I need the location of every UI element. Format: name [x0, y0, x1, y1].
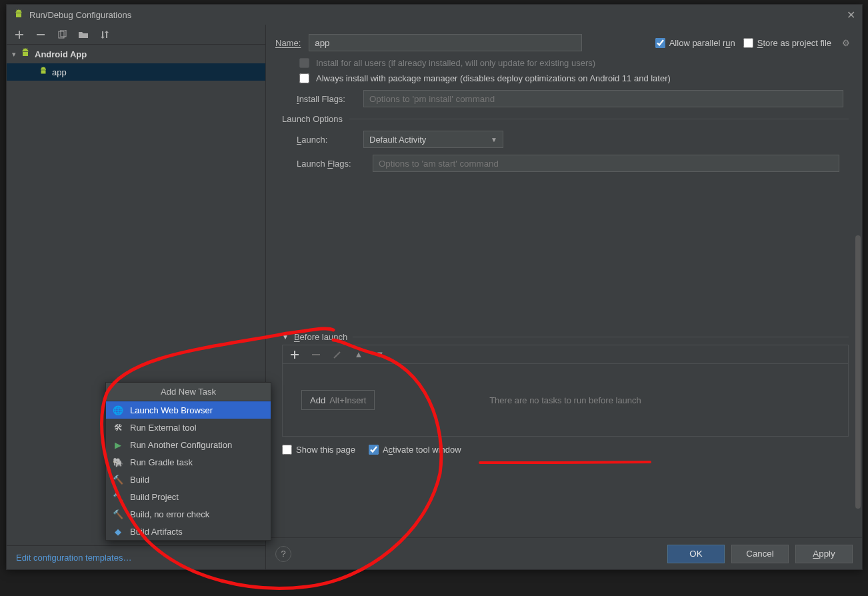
- before-launch-header[interactable]: ▼ Before launch: [282, 332, 849, 342]
- chevron-down-icon: ▾: [12, 50, 16, 59]
- launch-value: Default Activity: [369, 135, 426, 145]
- dialog-footer: ? OK Cancel Apply: [266, 537, 862, 569]
- popup-item-launch-web-browser[interactable]: 🌐Launch Web Browser: [106, 401, 271, 419]
- config-editor: Name: Allow parallel run Store as projec…: [266, 25, 862, 569]
- diamond-icon: ◆: [113, 527, 123, 537]
- always-pm-checkbox[interactable]: Always install with package manager (dis…: [299, 73, 849, 83]
- launch-flags-row: Launch Flags:: [297, 155, 849, 172]
- install-all-users-checkbox[interactable]: Install for all users (if already instal…: [299, 58, 849, 68]
- form-area: Install for all users (if already instal…: [266, 55, 862, 537]
- store-project-file-checkbox[interactable]: Store as project file: [743, 38, 831, 48]
- edit-task-icon[interactable]: [332, 351, 343, 359]
- vertical-scrollbar[interactable]: [854, 102, 861, 515]
- move-up-icon[interactable]: ▲: [353, 349, 364, 359]
- help-icon[interactable]: ?: [275, 546, 291, 562]
- gear-icon[interactable]: ⚙: [842, 38, 850, 48]
- activate-tool-window-checkbox[interactable]: Activate tool window: [369, 445, 461, 455]
- move-down-icon[interactable]: ▼: [375, 349, 385, 359]
- launch-label: Launch:: [297, 135, 354, 145]
- popup-title: Add New Task: [106, 383, 271, 401]
- titlebar: Run/Debug Configurations ✕: [7, 5, 862, 25]
- before-launch-toolbar: ▲ ▼: [282, 345, 849, 363]
- allow-parallel-checkbox[interactable]: Allow parallel run: [655, 38, 735, 48]
- hammer-icon: 🔨: [113, 475, 123, 485]
- before-launch-list: Add Alt+Insert There are no tasks to run…: [282, 363, 849, 437]
- apply-button[interactable]: Apply: [795, 545, 853, 563]
- play-icon: ▶: [113, 440, 123, 450]
- copy-config-icon[interactable]: [56, 29, 68, 41]
- launch-options-label: Launch Options: [282, 114, 343, 124]
- popup-list: 🌐Launch Web Browser 🛠Run External tool ▶…: [106, 401, 271, 540]
- tree-group-label: Android App: [35, 49, 87, 59]
- tree-item-label: app: [52, 67, 67, 77]
- no-tasks-text: There are no tasks to run before launch: [489, 395, 641, 405]
- launch-dropdown[interactable]: Default Activity ▼: [363, 131, 503, 148]
- popup-item-run-external-tool[interactable]: 🛠Run External tool: [106, 419, 271, 436]
- edit-config-templates-link[interactable]: Edit configuration templates…: [7, 545, 265, 569]
- add-task-popup: Add New Task 🌐Launch Web Browser 🛠Run Ex…: [105, 382, 271, 541]
- add-task-shortcut: Alt+Insert: [329, 395, 366, 405]
- hammer-icon: 🔨: [113, 492, 123, 502]
- chevron-down-icon: ▼: [491, 136, 497, 143]
- install-flags-row: Install Flags:: [297, 90, 849, 107]
- before-launch-label: Before launch: [294, 332, 347, 342]
- cancel-button[interactable]: Cancel: [731, 545, 789, 563]
- popup-item-build-project[interactable]: 🔨Build Project: [106, 488, 271, 505]
- ok-button[interactable]: OK: [667, 545, 725, 563]
- tools-icon: 🛠: [113, 423, 123, 433]
- launch-options-section: Launch Options: [282, 114, 849, 124]
- sort-config-icon[interactable]: [99, 29, 111, 41]
- close-icon[interactable]: ✕: [847, 9, 855, 21]
- gradle-icon: 🐘: [113, 457, 123, 467]
- globe-icon: 🌐: [113, 405, 123, 415]
- popup-item-run-another-config[interactable]: ▶Run Another Configuration: [106, 436, 271, 453]
- android-icon: [20, 48, 31, 61]
- android-icon: [13, 9, 24, 20]
- launch-row: Launch: Default Activity ▼: [297, 131, 849, 148]
- tree-item-app[interactable]: app: [7, 63, 265, 81]
- remove-config-icon[interactable]: [35, 29, 47, 41]
- remove-task-icon[interactable]: [311, 351, 321, 359]
- side-toolbar: [7, 25, 265, 45]
- config-name-input[interactable]: [309, 34, 582, 51]
- add-task-icon[interactable]: [289, 351, 300, 359]
- android-icon: [39, 67, 48, 78]
- launch-flags-label: Launch Flags:: [297, 159, 363, 169]
- before-launch-section: ▼ Before launch ▲ ▼ Add Alt: [282, 332, 849, 455]
- install-flags-label: Install Flags:: [297, 94, 354, 104]
- add-config-icon[interactable]: [13, 29, 25, 41]
- hammer-icon: 🔨: [113, 509, 123, 519]
- tree-group-android-app[interactable]: ▾ Android App: [7, 45, 265, 63]
- add-task-label: Add: [310, 395, 325, 405]
- popup-item-run-gradle-task[interactable]: 🐘Run Gradle task: [106, 453, 271, 471]
- always-pm-label: Always install with package manager (dis…: [316, 73, 671, 83]
- show-this-page-checkbox[interactable]: Show this page: [282, 445, 355, 455]
- folder-config-icon[interactable]: [77, 29, 89, 41]
- popup-item-build-artifacts[interactable]: ◆Build Artifacts: [106, 523, 271, 540]
- install-flags-input[interactable]: [363, 90, 843, 107]
- chevron-down-icon: ▼: [282, 333, 289, 341]
- popup-item-build[interactable]: 🔨Build: [106, 471, 271, 488]
- name-label: Name:: [275, 38, 301, 48]
- before-launch-checks: Show this page Activate tool window: [282, 445, 849, 455]
- add-task-button[interactable]: Add Alt+Insert: [301, 390, 375, 410]
- popup-item-build-no-error[interactable]: 🔨Build, no error check: [106, 505, 271, 523]
- launch-flags-input[interactable]: [373, 155, 839, 172]
- install-all-label: Install for all users (if already instal…: [316, 58, 595, 68]
- config-header: Name: Allow parallel run Store as projec…: [266, 25, 862, 55]
- dialog-title: Run/Debug Configurations: [29, 10, 847, 20]
